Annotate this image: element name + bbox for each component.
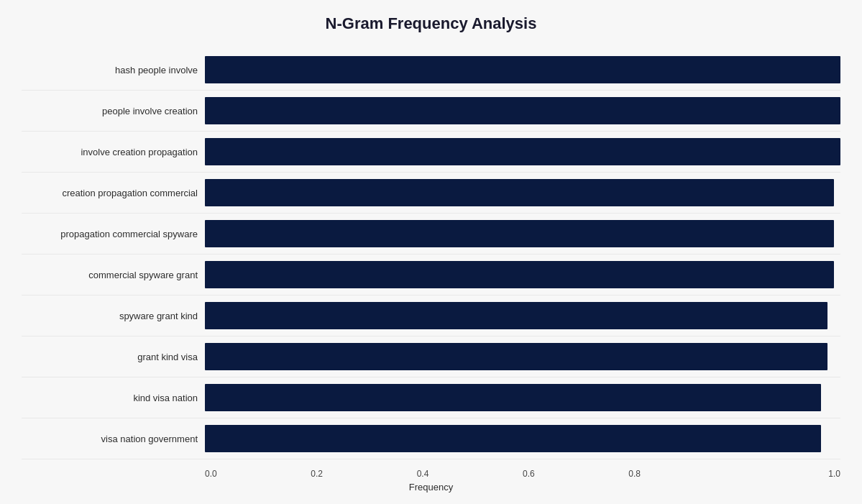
x-axis-label: Frequency (22, 482, 840, 492)
bar-label: people involve creation (22, 106, 205, 116)
x-axis-ticks: 0.00.20.40.60.81.0 (205, 466, 840, 479)
bar-track (205, 384, 840, 411)
bar-row: creation propagation commercial (22, 173, 840, 214)
chart-area: hash people involvepeople involve creati… (22, 46, 840, 497)
bar-fill (205, 261, 834, 288)
bar-row: people involve creation (22, 91, 840, 132)
x-tick: 0.0 (205, 469, 311, 479)
bar-label: propagation commercial spyware (22, 229, 205, 239)
x-tick: 1.0 (735, 469, 840, 479)
bar-label: spyware grant kind (22, 311, 205, 321)
bar-fill (205, 97, 840, 124)
bars-container: hash people involvepeople involve creati… (22, 46, 840, 463)
bar-fill (205, 220, 834, 247)
bar-track (205, 425, 840, 452)
bar-label: grant kind visa (22, 352, 205, 362)
x-axis-area: 0.00.20.40.60.81.0 Frequency (22, 466, 840, 492)
bar-row: involve creation propagation (22, 132, 840, 173)
bar-fill (205, 56, 840, 83)
bar-track (205, 261, 840, 288)
bar-row: hash people involve (22, 50, 840, 91)
bar-label: commercial spyware grant (22, 270, 205, 280)
bar-label: involve creation propagation (22, 147, 205, 157)
bar-track (205, 56, 840, 83)
bar-row: kind visa nation (22, 377, 840, 418)
x-tick: 0.8 (628, 469, 734, 479)
bar-fill (205, 343, 827, 370)
bar-track (205, 179, 840, 206)
bar-track (205, 97, 840, 124)
bar-label: hash people involve (22, 65, 205, 75)
bar-fill (205, 302, 827, 329)
bar-fill (205, 179, 834, 206)
bar-label: visa nation government (22, 434, 205, 444)
bar-track (205, 343, 840, 370)
bar-track (205, 302, 840, 329)
bar-fill (205, 138, 840, 165)
bar-track (205, 138, 840, 165)
x-tick: 0.6 (523, 469, 628, 479)
bar-row: commercial spyware grant (22, 255, 840, 295)
bar-fill (205, 425, 821, 452)
bar-label: kind visa nation (22, 393, 205, 403)
bar-label: creation propagation commercial (22, 188, 205, 198)
x-tick: 0.4 (417, 469, 523, 479)
bar-row: visa nation government (22, 418, 840, 459)
chart-title: N-Gram Frequency Analysis (326, 14, 537, 33)
bar-track (205, 220, 840, 247)
bar-fill (205, 384, 821, 411)
bar-row: grant kind visa (22, 336, 840, 377)
bar-row: spyware grant kind (22, 295, 840, 336)
x-tick: 0.2 (311, 469, 416, 479)
bar-row: propagation commercial spyware (22, 214, 840, 255)
